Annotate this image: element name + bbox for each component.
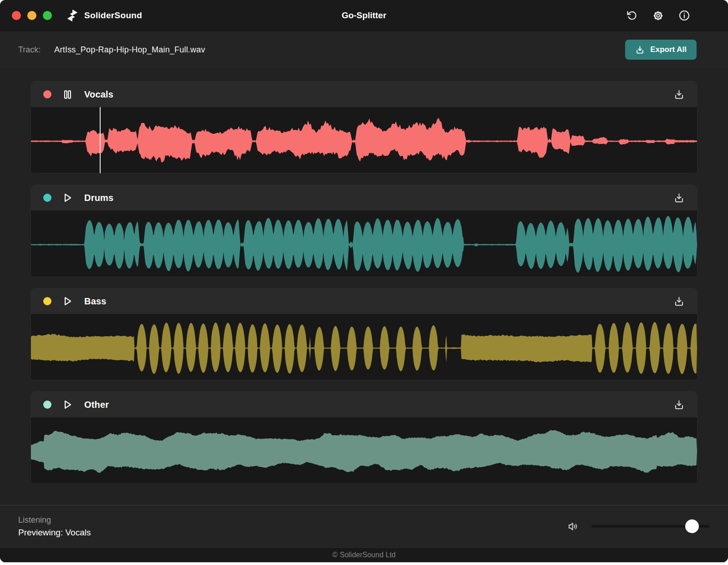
app-footer: © SoliderSound Ltd: [0, 547, 728, 562]
reset-icon: [626, 10, 638, 21]
status-text: Listening Previewing: Vocals: [18, 515, 91, 538]
transport-button[interactable]: [61, 89, 74, 100]
transport-button[interactable]: [61, 192, 74, 204]
track-title: Drums: [84, 193, 113, 203]
zoom-window-button[interactable]: [43, 11, 52, 20]
app-window: SoliderSound Go-Splitter: [0, 0, 728, 562]
track-color-dot: [43, 401, 51, 409]
track-title: Vocals: [84, 89, 113, 100]
download-icon: [673, 89, 685, 100]
waveform-other[interactable]: [31, 417, 697, 484]
track-title: Other: [84, 400, 109, 410]
waveform-vocals[interactable]: [31, 107, 697, 174]
minimize-window-button[interactable]: [27, 11, 36, 20]
track-header: Vocals: [31, 82, 697, 107]
titlebar-actions: [626, 10, 690, 22]
info-icon: [678, 10, 690, 21]
play-icon: [61, 192, 73, 204]
gear-icon: [652, 10, 664, 22]
download-icon: [673, 296, 685, 307]
download-icon: [673, 399, 685, 411]
transport-button[interactable]: [61, 399, 74, 411]
status-state: Listening: [18, 515, 91, 525]
volume-slider[interactable]: [591, 525, 710, 528]
track-color-dot: [43, 297, 51, 305]
export-all-label: Export All: [650, 45, 687, 54]
play-icon: [61, 295, 73, 307]
transport-button[interactable]: [61, 295, 74, 307]
track-card-other: Other: [31, 391, 697, 484]
download-icon: [673, 192, 685, 204]
title-bar: SoliderSound Go-Splitter: [0, 0, 728, 31]
track-label: Track:: [18, 45, 41, 55]
status-previewing: Previewing: Vocals: [18, 528, 91, 538]
track-filename: ArtIss_Pop-Rap-Hip-Hop_Main_Full.wav: [54, 45, 205, 55]
waveform-bass[interactable]: [31, 314, 697, 380]
track-header: Drums: [31, 185, 697, 211]
brand-name: SoliderSound: [84, 10, 142, 21]
download-stem-button[interactable]: [673, 192, 685, 204]
track-color-dot: [43, 194, 51, 202]
volume-control: [567, 520, 710, 533]
download-stem-button[interactable]: [673, 89, 685, 100]
speaker-icon[interactable]: [567, 520, 580, 533]
pause-icon: [62, 89, 73, 100]
solidersound-logo-icon: [66, 9, 79, 22]
traffic-lights: [12, 11, 52, 20]
download-stem-button[interactable]: [673, 399, 685, 411]
copyright-text: © SoliderSound Ltd: [332, 551, 396, 559]
reset-button[interactable]: [626, 10, 638, 21]
settings-button[interactable]: [652, 10, 664, 22]
info-button[interactable]: [678, 10, 690, 21]
download-icon: [635, 45, 645, 55]
stems-list: Vocals: [0, 68, 728, 505]
track-header: Other: [31, 392, 697, 417]
track-card-vocals: Vocals: [31, 81, 697, 174]
status-bar: Listening Previewing: Vocals: [0, 505, 728, 547]
volume-slider-thumb[interactable]: [685, 519, 699, 533]
download-stem-button[interactable]: [673, 296, 685, 307]
close-window-button[interactable]: [12, 11, 21, 20]
waveform-drums[interactable]: [31, 211, 697, 277]
track-card-bass: Bass: [31, 288, 697, 380]
brand: SoliderSound: [66, 9, 142, 22]
track-header: Bass: [31, 288, 697, 314]
file-bar: Track: ArtIss_Pop-Rap-Hip-Hop_Main_Full.…: [0, 31, 728, 68]
playhead[interactable]: [100, 107, 101, 174]
track-color-dot: [43, 90, 51, 98]
track-title: Bass: [84, 296, 107, 307]
play-icon: [61, 399, 73, 411]
export-all-button[interactable]: Export All: [625, 40, 697, 60]
track-card-drums: Drums: [31, 185, 697, 277]
